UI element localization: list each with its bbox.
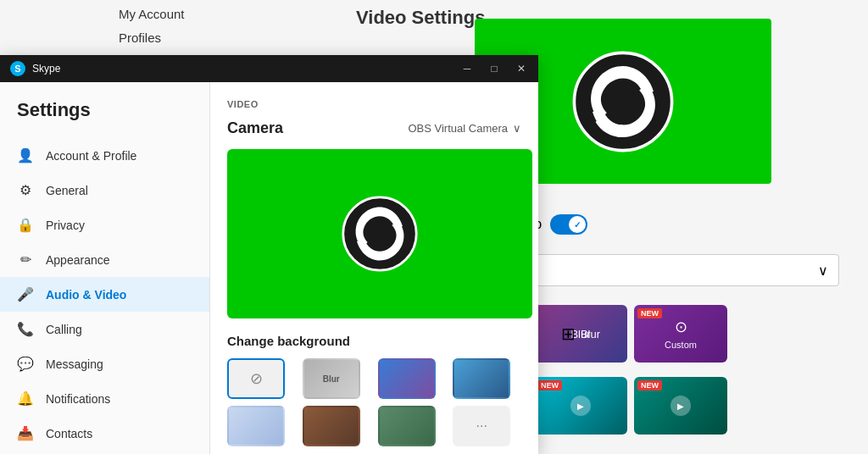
general-icon: ⚙: [17, 182, 34, 198]
svg-point-1: [611, 89, 636, 114]
new-badge-teal-1: NEW: [537, 380, 562, 390]
thumb-blur[interactable]: Blur: [303, 358, 360, 399]
bg-thumbnails-row: Blur ⊞ Blur NEW ⊙ Custom: [534, 305, 727, 363]
sidebar-item-audio-video[interactable]: 🎤 Audio & Video: [0, 277, 209, 312]
skype-window: S Skype ─ □ ✕ Settings 👤 Account & Profi…: [0, 55, 538, 454]
titlebar-title: Skype: [32, 63, 60, 75]
titlebar: S Skype ─ □ ✕: [0, 55, 538, 82]
messaging-icon: 💬: [17, 356, 34, 372]
titlebar-left: S Skype: [10, 61, 60, 76]
close-button[interactable]: ✕: [515, 63, 528, 75]
audio-video-icon: 🎤: [17, 286, 34, 302]
camera-preview: [227, 149, 532, 318]
sidebar-item-general[interactable]: ⚙ General: [0, 173, 209, 208]
toggle-knob: ✓: [569, 216, 586, 233]
sidebar: Settings 👤 Account & Profile ⚙ General 🔒…: [0, 82, 210, 454]
new-badge: NEW: [637, 308, 662, 318]
contacts-icon: 📥: [17, 425, 34, 441]
thumb-scene1[interactable]: [378, 358, 436, 399]
appearance-icon: ✏: [17, 252, 34, 268]
bg-thumb-teal-1[interactable]: NEW ▶: [534, 377, 627, 435]
camera-row: Camera OBS Virtual Camera ∨: [227, 119, 521, 137]
svg-point-3: [370, 224, 389, 243]
sidebar-label-account: Account & Profile: [46, 149, 136, 163]
toggle-check-icon: ✓: [574, 220, 581, 230]
main-content: VIDEO Camera OBS Virtual Camera ∨ Change: [210, 82, 538, 454]
blur-label: Blur: [323, 374, 340, 384]
thumbnail-grid-row1: ⊘ Blur: [227, 358, 521, 399]
sidebar-label-calling: Calling: [46, 323, 82, 336]
sidebar-item-notifications[interactable]: 🔔 Notifications: [0, 381, 209, 416]
sidebar-item-account[interactable]: 👤 Account & Profile: [0, 138, 209, 173]
sidebar-item-contacts[interactable]: 📥 Contacts: [0, 416, 209, 451]
play-btn-2[interactable]: ▶: [670, 396, 691, 416]
notifications-icon: 🔔: [17, 390, 34, 407]
sidebar-heading: Settings: [0, 99, 209, 138]
no-background-icon: ⊘: [250, 369, 263, 388]
sidebar-label-appearance: Appearance: [46, 253, 110, 267]
more-options-label: ···: [476, 418, 487, 434]
thumbnail-grid-row2: ···: [227, 406, 521, 446]
calling-icon: 📞: [17, 321, 34, 337]
sidebar-item-privacy[interactable]: 🔒 Privacy: [0, 208, 209, 242]
camera-value: OBS Virtual Camera: [408, 122, 508, 135]
thumb-room1[interactable]: [303, 406, 360, 446]
sidebar-item-calling[interactable]: 📞 Calling: [0, 312, 209, 346]
profiles-bg-item: Profiles: [119, 30, 161, 45]
sidebar-label-audio-video: Audio & Video: [46, 288, 126, 302]
sidebar-label-notifications: Notifications: [46, 392, 110, 406]
camera-label: Camera: [227, 119, 283, 137]
thumb-room2[interactable]: [378, 406, 436, 446]
account-icon: 👤: [17, 147, 34, 163]
sidebar-label-privacy: Privacy: [46, 219, 85, 232]
thumb-snow[interactable]: [227, 406, 285, 446]
obs-logo-bg-svg: [572, 51, 674, 152]
play-btn-1[interactable]: ▶: [570, 396, 591, 416]
minimize-button[interactable]: ─: [460, 63, 474, 75]
sidebar-item-messaging[interactable]: 💬 Messaging: [0, 346, 209, 381]
bg-thumb-blur[interactable]: Blur ⊞ Blur: [534, 305, 627, 363]
window-body: Settings 👤 Account & Profile ⚙ General 🔒…: [0, 82, 538, 454]
my-account-bg-item: My Account: [119, 7, 185, 21]
camera-chevron-icon: ∨: [513, 122, 521, 135]
sidebar-item-appearance[interactable]: ✏ Appearance: [0, 242, 209, 277]
thumb-scene2[interactable]: [453, 358, 510, 399]
new-badge-teal-2: NEW: [637, 380, 662, 390]
sidebar-label-messaging: Messaging: [46, 357, 103, 371]
change-bg-label: Change background: [227, 334, 521, 348]
obs-logo-svg: [342, 196, 418, 272]
thumb-none[interactable]: ⊘: [227, 358, 285, 399]
maximize-button[interactable]: □: [487, 63, 501, 75]
video-toggle-switch[interactable]: ✓: [550, 214, 587, 235]
skype-icon: S: [10, 61, 25, 76]
titlebar-controls: ─ □ ✕: [460, 63, 528, 75]
camera-select[interactable]: OBS Virtual Camera ∨: [408, 122, 521, 135]
bg-thumb-teal-2[interactable]: NEW ▶: [634, 377, 727, 435]
bg-video-settings-title: Video Settings: [356, 0, 485, 36]
bg-bottom-thumbs: NEW ▶ NEW ▶: [534, 377, 727, 435]
sidebar-label-contacts: Contacts: [46, 427, 92, 440]
section-label-video: VIDEO: [227, 99, 521, 109]
privacy-icon: 🔒: [17, 217, 34, 233]
custom-content: ⊙ Custom: [665, 318, 697, 350]
bg-dropdown-chevron: ∨: [818, 263, 828, 279]
bg-thumb-custom[interactable]: NEW ⊙ Custom: [634, 305, 727, 363]
sidebar-label-general: General: [46, 184, 88, 197]
thumb-more[interactable]: ···: [453, 406, 510, 446]
